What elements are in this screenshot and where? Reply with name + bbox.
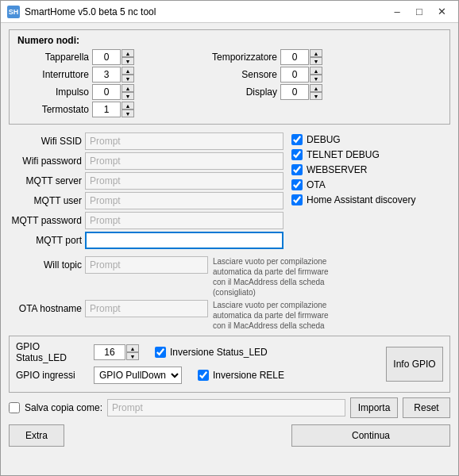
inversione-status-checkbox[interactable]	[155, 347, 166, 358]
tapparella-spinner-btns: ▲ ▼	[122, 49, 134, 65]
tapparella-input[interactable]	[92, 49, 121, 65]
display-spinner: ▲ ▼	[280, 84, 322, 100]
impulso-input[interactable]	[92, 84, 121, 100]
sensore-up[interactable]: ▲	[310, 67, 322, 75]
ha-discovery-checkbox[interactable]	[291, 194, 303, 205]
title-bar: SH SmartHome v5.0 beta 5 nc tool – □ ✕	[1, 1, 458, 23]
close-button[interactable]: ✕	[431, 3, 452, 21]
nodi-row-tapparella: Tapparella ▲ ▼	[17, 49, 134, 65]
display-input[interactable]	[280, 84, 309, 100]
will-topic-note: Lasciare vuoto per compilazione automati…	[213, 256, 340, 298]
gpio-ingressi-label: GPIO ingressi	[16, 370, 87, 381]
display-label: Display	[190, 86, 277, 98]
interruttore-input[interactable]	[92, 67, 121, 83]
tapparella-down[interactable]: ▼	[122, 57, 134, 65]
inversione-rele-checkbox[interactable]	[198, 370, 209, 381]
wifi-ssid-label: Wifi SSID	[9, 136, 82, 147]
interruttore-spinner: ▲ ▼	[92, 67, 134, 83]
mqtt-port-row: MQTT port	[9, 232, 284, 249]
mqtt-port-input[interactable]	[85, 232, 284, 249]
gpio-left: GPIO Status_LED ▲ ▼ Inversione Status_LE…	[16, 341, 386, 387]
temporizzatore-up[interactable]: ▲	[310, 49, 322, 57]
termostato-input[interactable]	[92, 102, 121, 117]
tapparella-up[interactable]: ▲	[122, 49, 134, 57]
will-topic-input[interactable]	[85, 256, 208, 274]
webserver-checkbox-row: WEBSERVER	[291, 164, 450, 175]
wifi-ssid-row: Wifi SSID	[9, 132, 284, 150]
mqtt-server-row: MQTT server	[9, 172, 284, 190]
sensore-spinner: ▲ ▼	[280, 67, 322, 83]
mqtt-user-input[interactable]	[85, 192, 284, 209]
salva-label: Salva copia come:	[25, 402, 102, 413]
termostato-spinner: ▲ ▼	[92, 102, 134, 117]
nodi-grid: Tapparella ▲ ▼ Interruttore	[17, 49, 442, 117]
extra-button[interactable]: Extra	[9, 424, 64, 447]
mqtt-password-label: MQTT password	[9, 215, 82, 226]
telnet-debug-checkbox[interactable]	[291, 149, 303, 160]
sensore-input[interactable]	[280, 67, 309, 83]
minimize-button[interactable]: –	[387, 3, 407, 21]
gpio-status-led-spinner: ▲ ▼	[94, 344, 139, 360]
nodi-right-col: Temporizzatore ▲ ▼ Sensore	[190, 49, 322, 117]
temporizzatore-spinner-btns: ▲ ▼	[310, 49, 322, 65]
inversione-rele-label: Inversione RELE	[213, 370, 284, 381]
ha-discovery-checkbox-row: Home Assistant discovery	[291, 194, 450, 205]
reset-button[interactable]: Reset	[403, 397, 450, 418]
debug-checkbox-row: DEBUG	[291, 134, 450, 145]
interruttore-spinner-btns: ▲ ▼	[122, 67, 134, 83]
nodi-row-termostato: Termostato ▲ ▼	[17, 102, 134, 117]
temporizzatore-input[interactable]	[280, 49, 309, 65]
mqtt-server-input[interactable]	[85, 172, 284, 190]
gpio-status-led-down[interactable]: ▼	[126, 352, 139, 360]
wifi-password-input[interactable]	[85, 152, 284, 170]
mqtt-user-row: MQTT user	[9, 192, 284, 209]
numero-nodi-title: Numero nodi:	[17, 35, 442, 46]
webserver-checkbox[interactable]	[291, 164, 303, 175]
interruttore-up[interactable]: ▲	[122, 67, 134, 75]
gpio-section: GPIO Status_LED ▲ ▼ Inversione Status_LE…	[9, 336, 450, 393]
salva-input[interactable]	[107, 399, 345, 416]
inversione-status-row: Inversione Status_LED	[155, 347, 268, 358]
debug-label: DEBUG	[307, 134, 341, 145]
interruttore-down[interactable]: ▼	[122, 75, 134, 83]
gpio-status-led-input[interactable]	[94, 344, 125, 360]
importa-button[interactable]: Importa	[350, 397, 398, 418]
ota-checkbox[interactable]	[291, 179, 303, 190]
telnet-debug-label: TELNET DEBUG	[307, 149, 380, 160]
interruttore-label: Interruttore	[17, 69, 89, 80]
inversione-status-label: Inversione Status_LED	[170, 347, 268, 358]
termostato-down[interactable]: ▼	[122, 109, 134, 117]
form-section: Wifi SSID Wifi password MQTT server MQTT…	[9, 132, 450, 251]
telnet-debug-checkbox-row: TELNET DEBUG	[291, 149, 450, 160]
window-title: SmartHome v5.0 beta 5 nc tool	[25, 6, 387, 17]
app-icon: SH	[7, 6, 20, 18]
window-controls: – □ ✕	[387, 3, 452, 21]
sensore-spinner-btns: ▲ ▼	[310, 67, 322, 83]
salva-row: Salva copia come: Importa Reset	[9, 397, 450, 418]
nodi-row-impulso: Impulso ▲ ▼	[17, 84, 134, 100]
wifi-ssid-input[interactable]	[85, 132, 284, 150]
gpio-status-led-up[interactable]: ▲	[126, 344, 139, 352]
impulso-down[interactable]: ▼	[122, 92, 134, 100]
ha-discovery-label: Home Assistant discovery	[307, 194, 415, 205]
temporizzatore-label: Temporizzatore	[190, 52, 277, 63]
sensore-down[interactable]: ▼	[310, 75, 322, 83]
termostato-up[interactable]: ▲	[122, 102, 134, 109]
gpio-ingressi-select[interactable]: GPIO PullDown GPIO PullUp	[94, 367, 182, 384]
info-gpio-button[interactable]: Info GPIO	[386, 347, 443, 382]
mqtt-password-input[interactable]	[85, 212, 284, 229]
ota-label: OTA	[307, 179, 326, 190]
continua-button[interactable]: Continua	[291, 424, 450, 447]
maximize-button[interactable]: □	[409, 3, 430, 21]
mqtt-password-row: MQTT password	[9, 212, 284, 229]
display-up[interactable]: ▲	[310, 84, 322, 92]
main-window: SH SmartHome v5.0 beta 5 nc tool – □ ✕ N…	[0, 0, 459, 476]
salva-checkbox[interactable]	[9, 402, 20, 413]
gpio-status-led-label: GPIO Status_LED	[16, 341, 87, 363]
impulso-up[interactable]: ▲	[122, 84, 134, 92]
display-down[interactable]: ▼	[310, 92, 322, 100]
temporizzatore-down[interactable]: ▼	[310, 57, 322, 65]
wifi-password-row: Wifi password	[9, 152, 284, 170]
debug-checkbox[interactable]	[291, 134, 303, 145]
ota-hostname-input[interactable]	[85, 300, 208, 317]
